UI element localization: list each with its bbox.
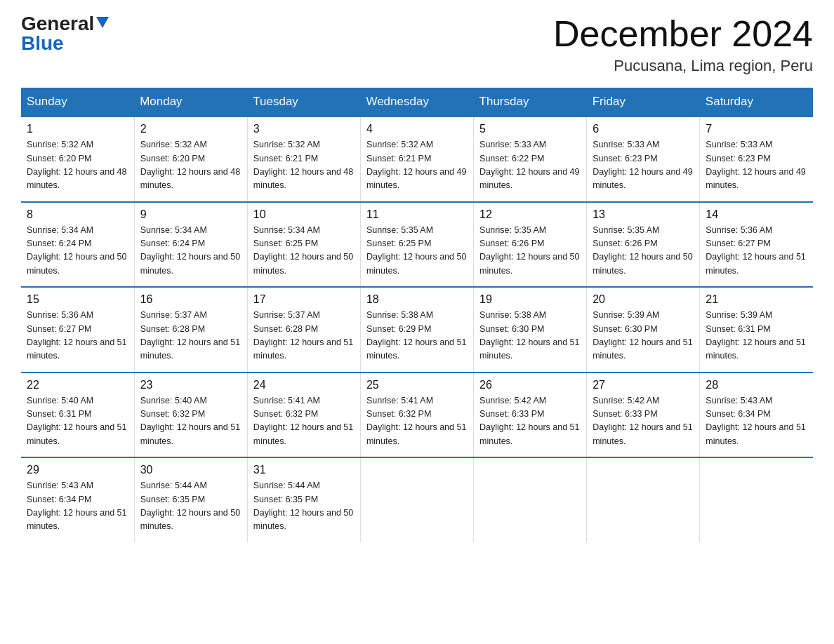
calendar-cell: 18 Sunrise: 5:38 AMSunset: 6:29 PMDaylig…: [360, 287, 473, 373]
logo-triangle-icon: [96, 17, 109, 28]
day-info: Sunrise: 5:34 AMSunset: 6:24 PMDaylight:…: [27, 225, 126, 276]
calendar-cell: 31 Sunrise: 5:44 AMSunset: 6:35 PMDaylig…: [247, 457, 360, 542]
calendar-table: Sunday Monday Tuesday Wednesday Thursday…: [21, 88, 813, 542]
logo-blue-text: Blue: [21, 34, 64, 53]
calendar-cell: 4 Sunrise: 5:32 AMSunset: 6:21 PMDayligh…: [360, 116, 473, 202]
day-info: Sunrise: 5:38 AMSunset: 6:29 PMDaylight:…: [366, 310, 466, 361]
day-info: Sunrise: 5:35 AMSunset: 6:25 PMDaylight:…: [366, 225, 466, 276]
day-number: 15: [27, 293, 128, 306]
day-info: Sunrise: 5:42 AMSunset: 6:33 PMDaylight:…: [479, 396, 579, 446]
day-number: 25: [366, 379, 468, 391]
logo: General Blue: [21, 14, 109, 53]
day-number: 12: [479, 208, 581, 221]
calendar-cell: 27 Sunrise: 5:42 AMSunset: 6:33 PMDaylig…: [587, 373, 700, 458]
calendar-cell: [360, 457, 473, 542]
calendar-cell: 8 Sunrise: 5:34 AMSunset: 6:24 PMDayligh…: [21, 202, 134, 288]
day-number: 1: [27, 123, 128, 135]
day-number: 17: [253, 293, 355, 306]
day-info: Sunrise: 5:33 AMSunset: 6:23 PMDaylight:…: [706, 140, 805, 190]
calendar-cell: 5 Sunrise: 5:33 AMSunset: 6:22 PMDayligh…: [474, 116, 587, 202]
calendar-cell: 22 Sunrise: 5:40 AMSunset: 6:31 PMDaylig…: [21, 373, 134, 458]
col-sunday: Sunday: [21, 88, 134, 116]
day-info: Sunrise: 5:37 AMSunset: 6:28 PMDaylight:…: [140, 310, 240, 361]
calendar-cell: 15 Sunrise: 5:36 AMSunset: 6:27 PMDaylig…: [21, 287, 134, 373]
day-info: Sunrise: 5:44 AMSunset: 6:35 PMDaylight:…: [140, 481, 240, 531]
calendar-cell: 21 Sunrise: 5:39 AMSunset: 6:31 PMDaylig…: [700, 287, 813, 373]
calendar-cell: 16 Sunrise: 5:37 AMSunset: 6:28 PMDaylig…: [134, 287, 247, 373]
calendar-cell: 17 Sunrise: 5:37 AMSunset: 6:28 PMDaylig…: [247, 287, 360, 373]
calendar-header: Sunday Monday Tuesday Wednesday Thursday…: [21, 88, 813, 116]
day-info: Sunrise: 5:34 AMSunset: 6:25 PMDaylight:…: [253, 225, 353, 276]
day-info: Sunrise: 5:42 AMSunset: 6:33 PMDaylight:…: [593, 396, 692, 446]
day-info: Sunrise: 5:32 AMSunset: 6:20 PMDaylight:…: [140, 140, 240, 190]
day-number: 26: [479, 379, 581, 391]
day-number: 9: [140, 208, 241, 221]
day-number: 13: [593, 208, 694, 221]
day-info: Sunrise: 5:35 AMSunset: 6:26 PMDaylight:…: [593, 225, 692, 276]
calendar-week-4: 22 Sunrise: 5:40 AMSunset: 6:31 PMDaylig…: [21, 373, 813, 458]
day-number: 6: [593, 123, 694, 135]
day-number: 30: [140, 464, 241, 476]
col-thursday: Thursday: [474, 88, 587, 116]
day-number: 20: [593, 293, 694, 306]
day-number: 27: [593, 379, 694, 391]
calendar-cell: [587, 457, 700, 542]
day-info: Sunrise: 5:33 AMSunset: 6:22 PMDaylight:…: [479, 140, 579, 190]
day-number: 24: [253, 379, 355, 391]
calendar-cell: 30 Sunrise: 5:44 AMSunset: 6:35 PMDaylig…: [134, 457, 247, 542]
day-info: Sunrise: 5:43 AMSunset: 6:34 PMDaylight:…: [27, 481, 126, 531]
calendar-cell: 29 Sunrise: 5:43 AMSunset: 6:34 PMDaylig…: [21, 457, 134, 542]
day-info: Sunrise: 5:32 AMSunset: 6:21 PMDaylight:…: [366, 140, 466, 190]
calendar-cell: [474, 457, 587, 542]
day-number: 22: [27, 379, 128, 391]
calendar-cell: 19 Sunrise: 5:38 AMSunset: 6:30 PMDaylig…: [474, 287, 587, 373]
day-info: Sunrise: 5:38 AMSunset: 6:30 PMDaylight:…: [479, 310, 579, 361]
calendar-cell: 23 Sunrise: 5:40 AMSunset: 6:32 PMDaylig…: [134, 373, 247, 458]
day-info: Sunrise: 5:43 AMSunset: 6:34 PMDaylight:…: [706, 396, 805, 446]
day-info: Sunrise: 5:41 AMSunset: 6:32 PMDaylight:…: [253, 396, 353, 446]
day-number: 3: [253, 123, 355, 135]
col-saturday: Saturday: [700, 88, 813, 116]
calendar-title: December 2024: [553, 14, 813, 54]
day-info: Sunrise: 5:36 AMSunset: 6:27 PMDaylight:…: [706, 225, 805, 276]
day-number: 23: [140, 379, 241, 391]
day-info: Sunrise: 5:32 AMSunset: 6:20 PMDaylight:…: [27, 140, 126, 190]
day-number: 2: [140, 123, 241, 135]
day-number: 19: [479, 293, 581, 306]
day-number: 5: [479, 123, 581, 135]
calendar-cell: 28 Sunrise: 5:43 AMSunset: 6:34 PMDaylig…: [700, 373, 813, 458]
calendar-week-5: 29 Sunrise: 5:43 AMSunset: 6:34 PMDaylig…: [21, 457, 813, 542]
title-area: December 2024 Pucusana, Lima region, Per…: [553, 14, 813, 75]
calendar-cell: 3 Sunrise: 5:32 AMSunset: 6:21 PMDayligh…: [247, 116, 360, 202]
col-monday: Monday: [134, 88, 247, 116]
calendar-cell: 13 Sunrise: 5:35 AMSunset: 6:26 PMDaylig…: [587, 202, 700, 288]
calendar-cell: 12 Sunrise: 5:35 AMSunset: 6:26 PMDaylig…: [474, 202, 587, 288]
day-number: 16: [140, 293, 241, 306]
day-info: Sunrise: 5:34 AMSunset: 6:24 PMDaylight:…: [140, 225, 240, 276]
calendar-cell: 20 Sunrise: 5:39 AMSunset: 6:30 PMDaylig…: [587, 287, 700, 373]
calendar-cell: 25 Sunrise: 5:41 AMSunset: 6:32 PMDaylig…: [360, 373, 473, 458]
day-info: Sunrise: 5:36 AMSunset: 6:27 PMDaylight:…: [27, 310, 126, 361]
calendar-cell: [700, 457, 813, 542]
day-number: 11: [366, 208, 468, 221]
calendar-week-3: 15 Sunrise: 5:36 AMSunset: 6:27 PMDaylig…: [21, 287, 813, 373]
day-number: 28: [706, 379, 807, 391]
day-info: Sunrise: 5:37 AMSunset: 6:28 PMDaylight:…: [253, 310, 353, 361]
calendar-cell: 9 Sunrise: 5:34 AMSunset: 6:24 PMDayligh…: [134, 202, 247, 288]
calendar-body: 1 Sunrise: 5:32 AMSunset: 6:20 PMDayligh…: [21, 116, 813, 542]
col-friday: Friday: [587, 88, 700, 116]
day-number: 10: [253, 208, 355, 221]
page-header: General Blue December 2024 Pucusana, Lim…: [21, 14, 813, 75]
calendar-cell: 1 Sunrise: 5:32 AMSunset: 6:20 PMDayligh…: [21, 116, 134, 202]
day-number: 29: [27, 464, 128, 476]
day-info: Sunrise: 5:39 AMSunset: 6:30 PMDaylight:…: [593, 310, 692, 361]
day-number: 7: [706, 123, 807, 135]
day-info: Sunrise: 5:39 AMSunset: 6:31 PMDaylight:…: [706, 310, 805, 361]
day-info: Sunrise: 5:40 AMSunset: 6:32 PMDaylight:…: [140, 396, 240, 446]
calendar-week-2: 8 Sunrise: 5:34 AMSunset: 6:24 PMDayligh…: [21, 202, 813, 288]
day-number: 14: [706, 208, 807, 221]
day-number: 31: [253, 464, 355, 476]
calendar-cell: 24 Sunrise: 5:41 AMSunset: 6:32 PMDaylig…: [247, 373, 360, 458]
calendar-cell: 11 Sunrise: 5:35 AMSunset: 6:25 PMDaylig…: [360, 202, 473, 288]
col-tuesday: Tuesday: [247, 88, 360, 116]
